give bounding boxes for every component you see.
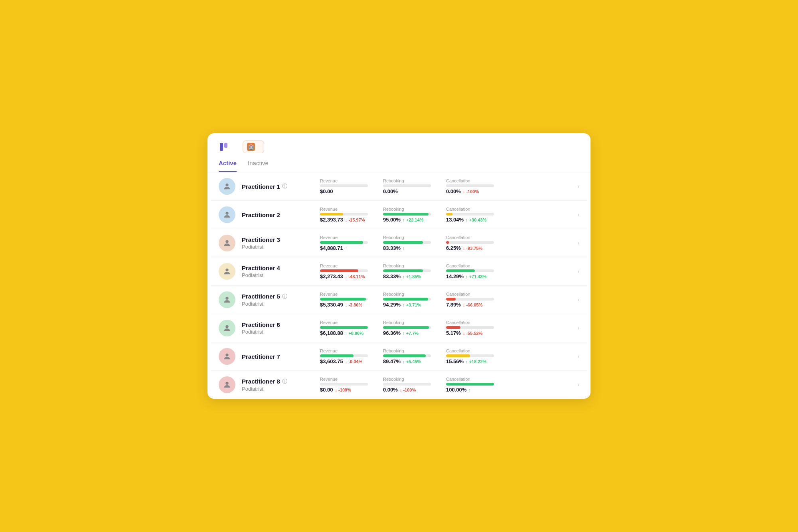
metric-value-row: 0.00%↓ -100% <box>446 188 498 194</box>
metric-bar-track <box>383 354 431 357</box>
metric-value: 14.29% <box>446 273 464 279</box>
metric-value-row: $2,273.43↓ -48.11% <box>320 273 372 279</box>
revenue-metric: Revenue$2,393.73↓ -15.97% <box>320 207 372 223</box>
metrics-container: Revenue$2,393.73↓ -15.97%Rebooking95.00%… <box>320 207 571 223</box>
row-chevron[interactable]: › <box>577 211 579 218</box>
practitioner-info: Practitioner 4Podiatrist <box>242 265 314 278</box>
metric-bar-track <box>446 213 494 216</box>
practitioner-row[interactable]: Practitioner 4PodiatristRevenue$2,273.43… <box>211 257 587 286</box>
avatar <box>219 263 235 280</box>
practitioner-name: Practitioner 5ⓘ <box>242 293 314 300</box>
practitioner-info: Practitioner 2 <box>242 212 314 218</box>
metric-bar-fill <box>446 326 460 329</box>
row-chevron[interactable]: › <box>577 296 579 303</box>
metrics-container: Revenue$4,888.71↑Rebooking83.33%↑Cancell… <box>320 235 571 251</box>
avatar <box>219 348 235 365</box>
info-icon[interactable]: ⓘ <box>282 183 287 190</box>
metric-change: ↓ -93.75% <box>463 246 483 251</box>
tab-active[interactable]: Active <box>219 155 237 172</box>
metric-value: 0.00% <box>383 188 398 194</box>
practitioner-name: Practitioner 8ⓘ <box>242 378 314 385</box>
row-chevron[interactable]: › <box>577 183 579 190</box>
cancellation-metric: Cancellation5.17%↓ -55.52% <box>446 320 498 336</box>
metric-label: Revenue <box>320 348 372 353</box>
metric-change: ↑ +71.43% <box>466 274 486 279</box>
row-chevron[interactable]: › <box>577 268 579 275</box>
metric-change: ↓ -100% <box>463 189 479 194</box>
metric-change: ↓ -66.05% <box>463 303 483 307</box>
metric-value: $4,888.71 <box>320 245 343 251</box>
metric-value-row: $6,188.88↑ +8.96% <box>320 330 372 336</box>
metric-change-arrow: ↑ <box>403 246 405 251</box>
metric-change: ↑ +5.45% <box>403 359 421 364</box>
cancellation-metric: Cancellation15.56%↑ +18.22% <box>446 348 498 364</box>
metric-value-row: 13.04%↑ +30.43% <box>446 217 498 223</box>
metric-value-row: 6.25%↓ -93.75% <box>446 245 498 251</box>
metric-label: Revenue <box>320 178 372 183</box>
revenue-metric: Revenue$5,330.49↓ -3.86% <box>320 292 372 308</box>
metric-bar-track <box>383 383 431 386</box>
metric-bar-fill <box>320 269 358 272</box>
metric-change: ↓ -55.52% <box>463 331 483 336</box>
allie-logo-icon <box>219 141 230 152</box>
info-icon[interactable]: ⓘ <box>282 378 287 385</box>
metric-label: Revenue <box>320 207 372 212</box>
metric-bar-track <box>446 241 494 244</box>
metric-value-row: 83.33%↑ +1.85% <box>383 273 435 279</box>
revenue-metric: Revenue$3,603.75↓ -0.04% <box>320 348 372 364</box>
metric-label: Rebooking <box>383 348 435 353</box>
metric-change: ↑ +18.22% <box>466 359 486 364</box>
practitioner-row[interactable]: Practitioner 1ⓘRevenue$0.00Rebooking0.00… <box>211 172 587 201</box>
metric-label: Revenue <box>320 292 372 297</box>
metric-value: 0.00% <box>446 188 461 194</box>
metric-value: 96.36% <box>383 330 401 336</box>
metric-change: ↓ -3.86% <box>345 303 362 307</box>
metric-value: 13.04% <box>446 217 464 223</box>
clinic-icon: 🏥 <box>247 143 255 151</box>
metric-bar-fill <box>320 213 343 216</box>
metric-value: $6,188.88 <box>320 330 343 336</box>
row-chevron[interactable]: › <box>577 381 579 388</box>
metric-value-row: 15.56%↑ +18.22% <box>446 358 498 364</box>
metric-label: Cancellation <box>446 292 498 297</box>
metric-value: 83.33% <box>383 273 401 279</box>
practitioner-row[interactable]: Practitioner 8ⓘPodiatristRevenue$0.00↓ -… <box>211 371 587 399</box>
practitioner-name: Practitioner 3 <box>242 236 314 243</box>
metric-bar-fill <box>383 354 426 357</box>
metric-change-arrow: ↑ <box>468 388 471 392</box>
practitioner-row[interactable]: Practitioner 7Revenue$3,603.75↓ -0.04%Re… <box>211 342 587 371</box>
metric-bar-track <box>320 298 368 301</box>
svg-point-3 <box>225 212 228 215</box>
metric-bar-track <box>320 184 368 187</box>
metric-bar-track <box>446 326 494 329</box>
metric-bar-track <box>320 213 368 216</box>
practitioner-row[interactable]: Practitioner 5ⓘPodiatristRevenue$5,330.4… <box>211 286 587 314</box>
metric-bar-track <box>320 354 368 357</box>
rebooking-metric: Rebooking83.33%↑ +1.85% <box>383 263 435 279</box>
practitioner-info: Practitioner 7 <box>242 353 314 360</box>
row-chevron[interactable]: › <box>577 239 579 247</box>
practitioner-info: Practitioner 1ⓘ <box>242 183 314 190</box>
practitioner-role: Podiatrist <box>242 244 314 250</box>
rebooking-metric: Rebooking95.00%↑ +22.14% <box>383 207 435 223</box>
metric-value-row: 7.89%↓ -66.05% <box>446 302 498 308</box>
metric-change: ↑ +30.43% <box>466 218 486 222</box>
tab-inactive[interactable]: Inactive <box>248 155 269 172</box>
row-chevron[interactable]: › <box>577 324 579 332</box>
nav-links <box>277 143 579 151</box>
row-chevron[interactable]: › <box>577 353 579 360</box>
metric-change: ↓ -48.11% <box>345 274 365 279</box>
cancellation-metric: Cancellation14.29%↑ +71.43% <box>446 263 498 279</box>
practitioner-row[interactable]: Practitioner 2Revenue$2,393.73↓ -15.97%R… <box>211 201 587 229</box>
clinic-selector[interactable]: 🏥 <box>243 140 264 153</box>
metric-bar-fill <box>446 241 449 244</box>
metric-bar-track <box>446 354 494 357</box>
info-icon[interactable]: ⓘ <box>282 293 287 300</box>
metric-value: $3,603.75 <box>320 358 343 364</box>
practitioner-row[interactable]: Practitioner 3PodiatristRevenue$4,888.71… <box>211 229 587 257</box>
metric-value: $2,273.43 <box>320 273 343 279</box>
practitioner-row[interactable]: Practitioner 6PodiatristRevenue$6,188.88… <box>211 314 587 342</box>
metric-change: ↓ -0.04% <box>345 359 362 364</box>
metrics-container: Revenue$3,603.75↓ -0.04%Rebooking89.47%↑… <box>320 348 571 364</box>
metric-bar-fill <box>320 298 366 301</box>
